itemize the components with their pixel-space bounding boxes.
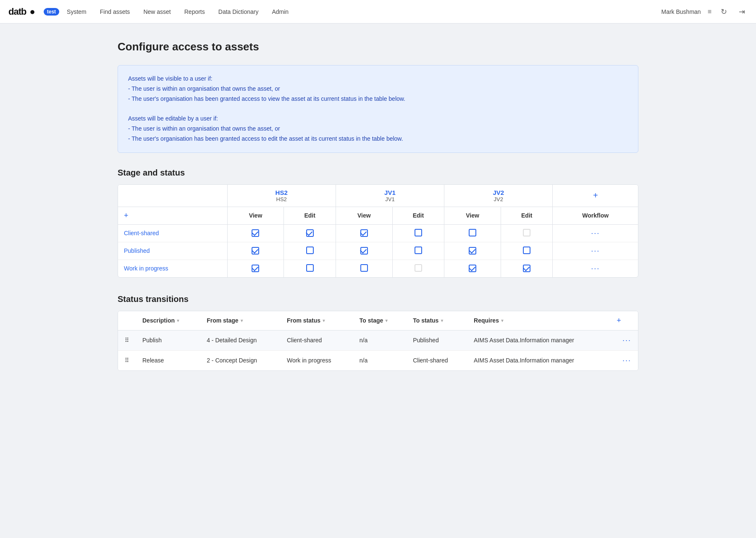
trans-row2-actions[interactable]: ··· — [610, 350, 638, 370]
jv2-pub-view-checkbox[interactable] — [469, 247, 476, 255]
jv1-cs-edit-cell[interactable] — [392, 224, 444, 242]
trans-to-stage-header: To stage ▼ — [353, 311, 406, 331]
hs2-cs-view-cell[interactable] — [227, 224, 284, 242]
published-link[interactable]: Published — [124, 247, 150, 254]
info-line-3: - The user's organisation has been grant… — [128, 94, 628, 104]
nav-find-assets[interactable]: Find assets — [94, 6, 136, 18]
jv1-wip-edit-cell[interactable] — [392, 260, 444, 277]
pub-workflow-button[interactable]: ··· — [591, 247, 600, 255]
wip-workflow-button[interactable]: ··· — [591, 264, 600, 273]
trans-row1-menu-button[interactable]: ··· — [622, 336, 631, 345]
trans-row2-requires: AIMS Asset Data.Information manager — [467, 350, 610, 370]
main-content: Configure access to assets Assets will b… — [101, 24, 655, 404]
jv1-cs-view-checkbox[interactable] — [360, 229, 368, 237]
jv1-org-sub: JV1 — [342, 196, 438, 202]
trans-to-status-header: To status ▼ — [406, 311, 467, 331]
trans-row2-menu-button[interactable]: ··· — [622, 356, 631, 365]
logo: datb ● — [8, 6, 35, 17]
nav-new-asset[interactable]: New asset — [137, 6, 176, 18]
hs2-org-sub: HS2 — [234, 196, 330, 202]
jv1-pub-edit-checkbox[interactable] — [415, 247, 422, 254]
jv2-pub-edit-cell[interactable] — [501, 242, 553, 260]
add-row-button[interactable]: + — [124, 211, 129, 220]
trans-row1-actions[interactable]: ··· — [610, 330, 638, 350]
to-status-sort-icon: ▼ — [440, 318, 444, 323]
nav-refresh-button[interactable]: ↻ — [718, 5, 730, 18]
trans-row1-drag[interactable]: ⠿ — [118, 330, 136, 350]
client-shared-link[interactable]: Client-shared — [124, 230, 159, 236]
stage-org-jv2-header: JV2 JV2 — [444, 185, 553, 207]
jv2-cs-view-checkbox[interactable] — [469, 229, 476, 236]
transitions-title: Status transitions — [118, 294, 638, 304]
trans-row2-description: Release — [136, 350, 200, 370]
jv2-cs-edit-cell[interactable] — [501, 224, 553, 242]
jv1-cs-edit-checkbox[interactable] — [415, 229, 422, 236]
hs2-cs-view-checkbox[interactable] — [252, 229, 259, 237]
jv1-wip-view-cell[interactable] — [336, 260, 392, 277]
jv1-cs-view-cell[interactable] — [336, 224, 392, 242]
status-wip[interactable]: Work in progress — [118, 260, 227, 277]
jv2-org-sub: JV2 — [450, 196, 546, 202]
requires-sort[interactable]: Requires ▼ — [474, 317, 504, 324]
jv1-view-header: View — [336, 207, 392, 224]
to-status-sort[interactable]: To status ▼ — [413, 317, 444, 324]
nav-data-dictionary[interactable]: Data Dictionary — [213, 6, 265, 18]
transitions-header-row: Description ▼ From stage ▼ From status ▼ — [118, 311, 638, 331]
cs-workflow-cell[interactable]: ··· — [553, 224, 638, 242]
jv2-wip-view-checkbox[interactable] — [469, 265, 476, 272]
jv2-wip-edit-checkbox[interactable] — [523, 265, 530, 272]
stage-plus-cell[interactable]: + — [118, 207, 227, 224]
wip-link[interactable]: Work in progress — [124, 265, 168, 272]
logo-dot: ● — [29, 6, 35, 17]
trans-row2-to-stage: n/a — [353, 350, 406, 370]
stage-add-col-header[interactable]: + — [553, 185, 638, 207]
hs2-cs-edit-cell[interactable] — [284, 224, 336, 242]
hs2-pub-view-checkbox[interactable] — [252, 247, 259, 255]
hs2-wip-view-cell[interactable] — [227, 260, 284, 277]
nav-system[interactable]: System — [61, 6, 92, 18]
jv1-pub-edit-cell[interactable] — [392, 242, 444, 260]
jv1-pub-view-cell[interactable] — [336, 242, 392, 260]
status-published[interactable]: Published — [118, 242, 227, 260]
jv2-cs-view-cell[interactable] — [444, 224, 501, 242]
jv1-pub-view-checkbox[interactable] — [360, 247, 368, 255]
info-line-6: - The user's organisation has been grant… — [128, 134, 628, 144]
trans-row2-drag[interactable]: ⠿ — [118, 350, 136, 370]
jv2-pub-edit-checkbox[interactable] — [523, 247, 530, 254]
jv2-wip-view-cell[interactable] — [444, 260, 501, 277]
from-status-sort[interactable]: From status ▼ — [287, 317, 326, 324]
nav-admin[interactable]: Admin — [266, 6, 294, 18]
hs2-wip-edit-checkbox[interactable] — [306, 264, 314, 272]
pub-workflow-cell[interactable]: ··· — [553, 242, 638, 260]
logo-text: datb — [8, 6, 26, 17]
jv2-pub-view-cell[interactable] — [444, 242, 501, 260]
hs2-wip-view-checkbox[interactable] — [252, 265, 259, 272]
page-title: Configure access to assets — [118, 40, 638, 53]
jv1-org-name: JV1 — [342, 189, 438, 196]
trans-from-status-header: From status ▼ — [280, 311, 353, 331]
jv2-wip-edit-cell[interactable] — [501, 260, 553, 277]
hs2-pub-edit-checkbox[interactable] — [306, 247, 314, 254]
trans-add-header[interactable]: + — [610, 311, 638, 331]
add-column-button[interactable]: + — [593, 191, 598, 200]
to-stage-sort[interactable]: To stage ▼ — [360, 317, 388, 324]
hs2-pub-edit-cell[interactable] — [284, 242, 336, 260]
from-stage-sort[interactable]: From stage ▼ — [207, 317, 244, 324]
hs2-wip-edit-cell[interactable] — [284, 260, 336, 277]
status-client-shared[interactable]: Client-shared — [118, 224, 227, 242]
jv1-wip-edit-checkbox[interactable] — [415, 264, 422, 272]
hs2-pub-view-cell[interactable] — [227, 242, 284, 260]
nav-signout-button[interactable]: ⇥ — [736, 5, 748, 18]
jv1-wip-view-checkbox[interactable] — [360, 264, 368, 272]
wip-workflow-cell[interactable]: ··· — [553, 260, 638, 277]
add-transition-button[interactable]: + — [617, 316, 621, 325]
to-stage-sort-icon: ▼ — [384, 318, 388, 323]
hs2-cs-edit-checkbox[interactable] — [306, 229, 314, 237]
jv2-cs-edit-checkbox[interactable] — [523, 229, 530, 236]
trans-drag-col-header — [118, 311, 136, 331]
description-sort[interactable]: Description ▼ — [142, 317, 180, 324]
nav-reports[interactable]: Reports — [178, 6, 211, 18]
stage-org-jv1-header: JV1 JV1 — [336, 185, 444, 207]
info-line-5: - The user is within an organisation tha… — [128, 124, 628, 134]
cs-workflow-button[interactable]: ··· — [591, 229, 600, 238]
